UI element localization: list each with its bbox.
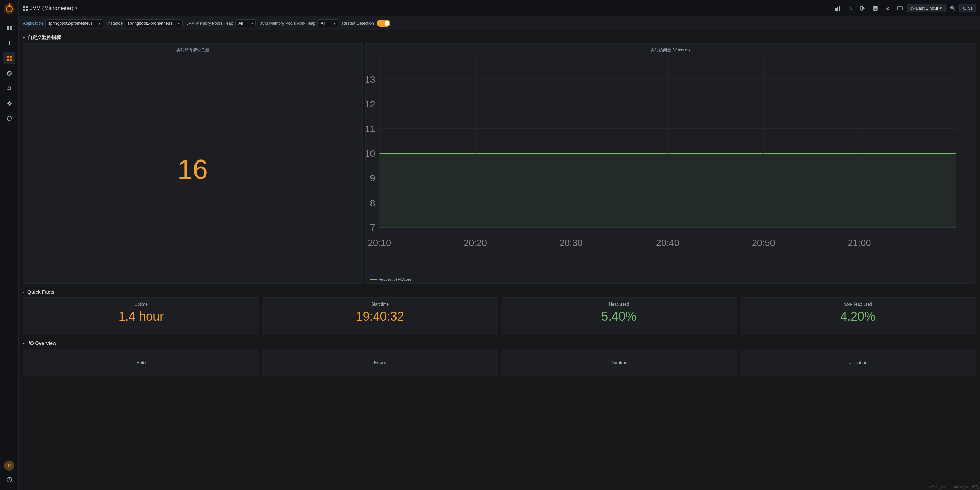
share-button[interactable] bbox=[858, 3, 869, 14]
jvm-nonheap-label: JVM Memory Pools Non-Heap bbox=[260, 21, 315, 26]
chart-legend-label: Request of /v1/core bbox=[379, 277, 411, 281]
svg-text:20:50: 20:50 bbox=[752, 238, 775, 248]
duration-panel: Duration bbox=[501, 349, 737, 376]
chart-legend: Request of /v1/core bbox=[366, 275, 975, 283]
sidebar-item-home[interactable] bbox=[3, 52, 16, 64]
refresh-interval-label: 5s bbox=[968, 5, 973, 11]
tv-mode-button[interactable] bbox=[894, 3, 905, 14]
instance-filter-label: Instance bbox=[107, 21, 123, 26]
instance-select-wrap[interactable]: springboot2-prometheus bbox=[125, 19, 183, 27]
quick-facts-header[interactable]: ▾ Quick Facts bbox=[23, 289, 976, 295]
sidebar-item-explore[interactable] bbox=[3, 67, 16, 79]
chart-resize-handle[interactable]: ⊿ bbox=[972, 280, 975, 283]
quick-facts-section: ▾ Quick Facts Uptime 1.4 hour ⊿ Start ti… bbox=[23, 289, 976, 335]
rate-panel: Rate bbox=[23, 349, 259, 376]
realtime-chart-title-text: 实时访问量 /v1/core bbox=[651, 47, 687, 53]
start-time-panel: Start time 19:40:32 ⊿ bbox=[262, 297, 498, 335]
jvm-heap-select-wrap[interactable]: All bbox=[235, 19, 256, 27]
sidebar-item-configuration[interactable] bbox=[3, 97, 16, 109]
application-select-wrap[interactable]: springboot2-prometheus bbox=[45, 19, 103, 27]
svg-rect-25 bbox=[874, 6, 877, 8]
jvm-heap-label: JVM Memory Pools Heap bbox=[187, 21, 233, 26]
time-range-label: Last 1 hour bbox=[916, 5, 938, 11]
zoom-out-button[interactable]: 🔍 bbox=[947, 3, 958, 14]
svg-text:?: ? bbox=[8, 478, 10, 482]
svg-rect-12 bbox=[7, 59, 9, 60]
star-button[interactable]: ☆ bbox=[845, 3, 856, 14]
jvm-heap-filter: JVM Memory Pools Heap All bbox=[187, 19, 256, 27]
dashboard-title-text: JVM (Micrometer) bbox=[30, 5, 73, 11]
dashboard-title-chevron: ▾ bbox=[75, 6, 77, 10]
restart-detection-toggle-wrap: Restart Detection bbox=[342, 20, 390, 27]
custom-metrics-section: ▾ 自定义监控指标 实时所有请求总量 16 ⊿ 实时访问量 /v1/core ▾ bbox=[23, 35, 976, 284]
jvm-nonheap-select-wrap[interactable]: All bbox=[317, 19, 338, 27]
jvm-nonheap-select[interactable]: All bbox=[317, 19, 338, 27]
uptime-value: 1.4 hour bbox=[118, 309, 164, 324]
chart-area: 7 8 9 10 11 12 13 20:10 bbox=[366, 54, 975, 275]
rate-label: Rate bbox=[136, 360, 146, 365]
svg-rect-7 bbox=[10, 29, 12, 30]
sidebar-item-alerts[interactable] bbox=[3, 82, 16, 94]
svg-text:10: 10 bbox=[365, 148, 375, 159]
errors-label: Errors bbox=[374, 360, 386, 365]
restart-detection-label: Restart Detection bbox=[342, 21, 374, 26]
io-overview-title: I/O Overview bbox=[27, 341, 57, 346]
svg-text:7: 7 bbox=[370, 222, 375, 233]
topbar-actions: ☆ ⚙ Last 1 hour ▾ 🔍 5s bbox=[833, 3, 976, 14]
errors-panel: Errors bbox=[262, 349, 498, 376]
user-avatar[interactable]: U bbox=[4, 461, 14, 471]
realtime-chart-title: 实时访问量 /v1/core ▾ bbox=[366, 44, 975, 54]
io-overview-section: ▾ I/O Overview Rate Errors Duration Util… bbox=[23, 341, 976, 376]
refresh-picker[interactable]: 5s bbox=[959, 4, 976, 12]
filter-bar: Application springboot2-prometheus Insta… bbox=[19, 16, 980, 30]
graph-view-button[interactable] bbox=[833, 3, 844, 14]
custom-metrics-header[interactable]: ▾ 自定义监控指标 bbox=[23, 35, 976, 41]
application-filter: Application springboot2-prometheus bbox=[23, 19, 103, 27]
uptime-label: Uptime bbox=[135, 302, 148, 307]
jvm-nonheap-filter: JVM Memory Pools Non-Heap All bbox=[260, 19, 338, 27]
svg-rect-27 bbox=[897, 6, 902, 10]
svg-rect-13 bbox=[10, 59, 12, 60]
io-overview-chevron: ▾ bbox=[23, 341, 25, 345]
svg-text:20:40: 20:40 bbox=[656, 238, 679, 248]
sidebar-item-shield[interactable] bbox=[3, 112, 16, 125]
svg-text:20:30: 20:30 bbox=[559, 238, 582, 248]
non-heap-used-panel: Non-Heap used 4.20% ⊿ bbox=[740, 297, 976, 335]
custom-metrics-panels: 实时所有请求总量 16 ⊿ 实时访问量 /v1/core ▾ bbox=[23, 43, 976, 284]
settings-button[interactable]: ⚙ bbox=[882, 3, 893, 14]
io-overview-header[interactable]: ▾ I/O Overview bbox=[23, 341, 976, 346]
heap-used-value: 5.40% bbox=[601, 309, 636, 324]
save-button[interactable] bbox=[870, 3, 881, 14]
svg-rect-19 bbox=[835, 8, 837, 11]
application-select[interactable]: springboot2-prometheus bbox=[45, 19, 103, 27]
quick-facts-title: Quick Facts bbox=[27, 289, 54, 295]
sidebar-item-help[interactable]: ? bbox=[3, 474, 16, 486]
svg-rect-20 bbox=[837, 7, 838, 11]
svg-point-2 bbox=[8, 5, 10, 7]
sidebar: U ? bbox=[0, 0, 19, 490]
main-content: JVM (Micrometer) ▾ ☆ ⚙ Last 1 hour ▾ bbox=[19, 0, 980, 490]
content-area: ▾ 自定义监控指标 实时所有请求总量 16 ⊿ 实时访问量 /v1/core ▾ bbox=[19, 30, 980, 490]
svg-rect-26 bbox=[874, 9, 876, 10]
grafana-logo[interactable] bbox=[3, 3, 16, 15]
quick-facts-panels: Uptime 1.4 hour ⊿ Start time 19:40:32 ⊿ … bbox=[23, 297, 976, 335]
quick-facts-chevron: ▾ bbox=[23, 290, 25, 294]
svg-rect-22 bbox=[841, 8, 841, 11]
chevron-icon: ▾ bbox=[23, 36, 25, 40]
restart-detection-toggle[interactable] bbox=[377, 20, 390, 27]
jvm-heap-select[interactable]: All bbox=[235, 19, 256, 27]
realtime-chart-panel: 实时访问量 /v1/core ▾ bbox=[365, 43, 976, 284]
time-range-picker[interactable]: Last 1 hour ▾ bbox=[907, 4, 946, 12]
svg-text:8: 8 bbox=[370, 197, 375, 208]
chart-title-chevron[interactable]: ▾ bbox=[688, 48, 690, 53]
sidebar-item-dashboards[interactable] bbox=[3, 22, 16, 34]
application-filter-label: Application bbox=[23, 21, 43, 26]
instance-select[interactable]: springboot2-prometheus bbox=[125, 19, 183, 27]
sidebar-item-add[interactable] bbox=[3, 37, 16, 49]
resize-handle[interactable]: ⊿ bbox=[359, 280, 361, 283]
dashboard-title[interactable]: JVM (Micrometer) ▾ bbox=[23, 5, 77, 11]
uptime-panel: Uptime 1.4 hour ⊿ bbox=[23, 297, 259, 335]
svg-text:11: 11 bbox=[365, 124, 375, 134]
svg-rect-4 bbox=[7, 26, 9, 28]
svg-rect-10 bbox=[7, 56, 9, 58]
